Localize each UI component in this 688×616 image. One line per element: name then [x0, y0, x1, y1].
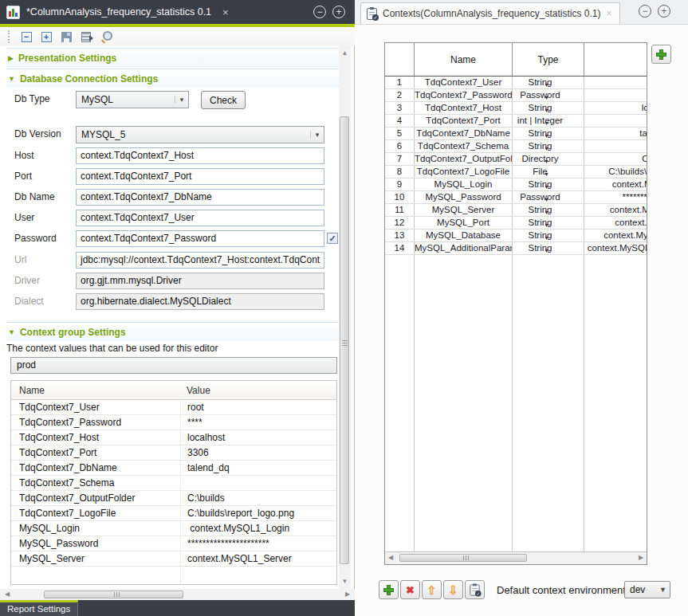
row-number-cell[interactable]: 9 — [385, 179, 415, 190]
context-type-cell[interactable]: Password▾ — [513, 89, 584, 101]
scrollbar-thumb[interactable] — [399, 554, 527, 562]
context-type-cell[interactable]: File▾ — [513, 166, 584, 178]
context-type-cell[interactable]: String▾ — [513, 102, 584, 114]
scroll-right-icon[interactable]: ▶ — [342, 589, 353, 600]
context-variable-value[interactable]: context.MySQL1_Server — [180, 551, 336, 566]
context-name-cell[interactable]: TdqContext7_DbName — [415, 128, 513, 139]
db-type-combo[interactable]: MySQL ▾ — [76, 91, 189, 108]
context-type-cell[interactable]: Directory▾ — [513, 153, 584, 165]
context-name-cell[interactable]: MySQL_Login — [415, 179, 513, 190]
close-icon[interactable]: × — [222, 6, 229, 18]
context-type-cell[interactable]: String▾ — [513, 140, 584, 152]
table-horizontal-scrollbar[interactable]: ◀ ▶ — [385, 551, 647, 564]
context-group-name-field[interactable]: prod — [10, 357, 337, 374]
context-name-cell[interactable]: TdqContext7_Port — [415, 115, 513, 127]
context-value-cell[interactable]: context.MySQL1_Database — [584, 230, 647, 241]
context-type-cell[interactable]: String▾ — [513, 230, 584, 241]
context-value-cell[interactable] — [584, 140, 647, 152]
context-type-cell[interactable]: String▾ — [513, 242, 584, 254]
context-variable-value[interactable]: root — [180, 400, 336, 414]
context-value-cell[interactable]: context.MySQL1_Port — [584, 217, 647, 229]
context-name-cell[interactable]: TdqContext7_Host — [415, 102, 513, 114]
context-value-cell[interactable]: **** — [584, 89, 647, 101]
remove-variable-button[interactable]: ✖ — [400, 580, 420, 599]
context-name-cell[interactable]: TdqContext7_Schema — [415, 140, 513, 152]
row-number-cell[interactable]: 13 — [385, 230, 415, 241]
context-variable-value[interactable]: **** — [180, 415, 336, 430]
context-name-cell[interactable]: MySQL_Server — [415, 204, 513, 216]
context-type-cell[interactable]: String▾ — [513, 217, 584, 229]
context-value-cell[interactable]: context.MySQL1_Server — [584, 204, 647, 216]
scroll-up-icon[interactable]: ▲ — [339, 48, 351, 59]
context-value-cell[interactable]: ********************* — [584, 191, 647, 203]
row-number-cell[interactable]: 7 — [385, 153, 415, 165]
port-field[interactable]: context.TdqContext7_Port — [76, 168, 324, 185]
scrollbar-thumb[interactable] — [44, 590, 183, 598]
db-name-field[interactable]: context.TdqContext7_DbName — [76, 189, 324, 206]
context-name-cell[interactable]: MySQL_Database — [415, 230, 513, 241]
row-number-cell[interactable]: 14 — [385, 242, 415, 254]
expand-all-button[interactable]: + — [39, 29, 53, 44]
row-number-cell[interactable]: 12 — [385, 217, 415, 229]
add-variable-button[interactable] — [379, 580, 399, 599]
manage-contexts-button[interactable]: ✓ — [465, 580, 485, 599]
host-field[interactable]: context.TdqContext7_Host — [76, 147, 324, 164]
maximize-button[interactable]: + — [658, 5, 670, 18]
context-value-cell[interactable]: localhost — [584, 102, 647, 114]
context-variable-value[interactable]: C:\builds — [180, 491, 336, 505]
section-presentation-settings[interactable]: ▶ Presentation Settings — [6, 48, 339, 67]
context-name-cell[interactable]: TdqContext7_OutputFolder — [415, 153, 513, 165]
context-type-cell[interactable]: String▾ — [513, 204, 584, 216]
default-context-environment-combo[interactable]: dev ▼ — [624, 581, 670, 598]
db-version-combo[interactable]: MYSQL_5 ▾ — [76, 126, 324, 143]
scroll-left-icon[interactable]: ◀ — [385, 552, 396, 563]
row-number-cell[interactable]: 3 — [385, 102, 415, 114]
scroll-left-icon[interactable]: ◀ — [2, 589, 13, 600]
context-type-cell[interactable]: Password▾ — [513, 191, 584, 203]
password-checkbox[interactable]: ✓ — [327, 233, 338, 244]
context-variable-value[interactable]: C:\builds\report_logo.png — [180, 506, 336, 520]
context-value-cell[interactable]: C:\builds — [584, 153, 647, 165]
generate-report-button[interactable] — [79, 29, 93, 44]
row-number-cell[interactable]: 11 — [385, 204, 415, 216]
context-value-cell[interactable]: context.MySQL1_Login — [584, 179, 647, 190]
row-number-cell[interactable]: 10 — [385, 191, 415, 203]
context-variable-value[interactable]: context.MySQL1_Login — [180, 521, 336, 536]
context-type-cell[interactable]: int | Integer▾ — [513, 115, 584, 127]
scrollbar-thumb[interactable] — [340, 116, 349, 564]
context-value-cell[interactable]: 3306 — [584, 115, 647, 127]
password-field[interactable]: context.TdqContext7_Password — [76, 230, 324, 247]
horizontal-scrollbar[interactable]: ◀ ▶ — [0, 589, 355, 600]
minimize-button[interactable]: − — [639, 5, 651, 18]
minimize-button[interactable]: − — [313, 6, 326, 18]
section-database-connection-settings[interactable]: ▼ Database Connection Settings — [6, 69, 339, 88]
context-name-cell[interactable]: MySQL_Port — [415, 217, 513, 229]
vertical-scrollbar[interactable]: ▲ ▼ — [339, 46, 351, 589]
scroll-down-icon[interactable]: ▼ — [339, 576, 351, 587]
context-name-cell[interactable]: TdqContext7_Password — [415, 89, 513, 101]
context-variable-value[interactable]: talend_dq — [180, 461, 336, 475]
move-down-button[interactable]: ⇩ — [443, 580, 463, 599]
row-number-cell[interactable]: 2 — [385, 89, 415, 101]
context-name-cell[interactable]: MySQL_Password — [415, 191, 513, 203]
row-number-cell[interactable]: 5 — [385, 128, 415, 139]
context-type-cell[interactable]: String▾ — [513, 77, 584, 88]
add-context-column-button[interactable] — [651, 45, 671, 64]
collapse-all-button[interactable]: − — [19, 29, 33, 44]
zoom-button[interactable] — [99, 29, 113, 44]
context-variable-value[interactable]: 3306 — [180, 445, 336, 460]
context-value-cell[interactable]: talend_dq — [584, 128, 647, 139]
url-field[interactable]: jdbc:mysql://context.TdqContext7_Host:co… — [76, 252, 324, 269]
context-value-cell[interactable]: C:\builds\report_logo.png — [584, 166, 647, 178]
move-up-button[interactable]: ⇧ — [422, 580, 442, 599]
row-number-cell[interactable]: 1 — [385, 77, 415, 88]
save-button[interactable] — [59, 29, 73, 44]
context-type-cell[interactable]: String▾ — [513, 128, 584, 139]
tab-report-settings[interactable]: Report Settings — [0, 600, 78, 616]
context-variable-value[interactable]: ********************** — [180, 536, 336, 551]
tab-contexts[interactable]: ✓ Contexts(ColumnAnalysis_frequency_stat… — [360, 2, 620, 24]
scroll-right-icon[interactable]: ▶ — [635, 552, 647, 563]
row-number-cell[interactable]: 6 — [385, 140, 415, 152]
context-type-cell[interactable]: String▾ — [513, 179, 584, 190]
context-name-cell[interactable]: TdqContext7_User — [415, 77, 513, 88]
